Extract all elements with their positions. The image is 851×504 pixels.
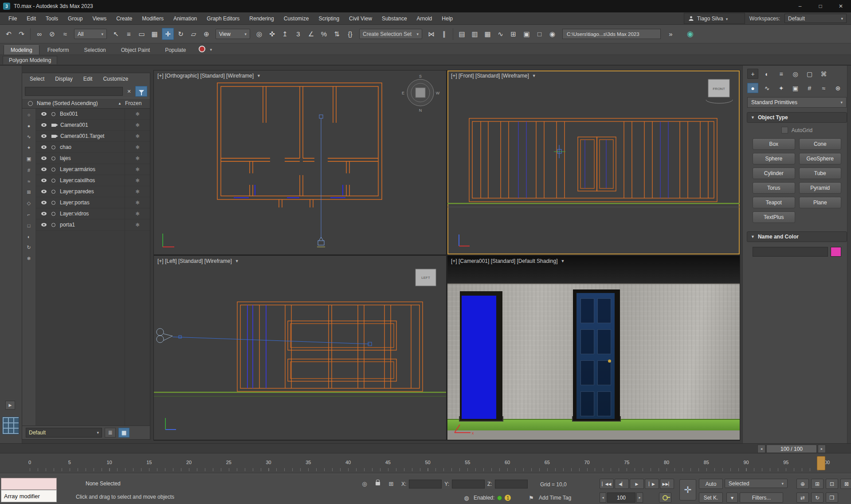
frozen-icon[interactable] bbox=[125, 156, 150, 161]
visibility-eye-icon[interactable] bbox=[41, 168, 47, 171]
frame-ruler[interactable]: 0510152025303540455055606570758085909510… bbox=[30, 453, 826, 473]
undo-icon[interactable]: ↶ bbox=[3, 28, 15, 40]
render-setup-icon[interactable]: ▣ bbox=[521, 28, 533, 40]
scene-explorer-row[interactable]: Layer:armários bbox=[36, 164, 150, 175]
frozen-icon[interactable] bbox=[125, 211, 150, 217]
reference-coordinate-dropdown[interactable]: View bbox=[216, 29, 250, 39]
track-bar[interactable]: 0510152025303540455055606570758085909510… bbox=[0, 453, 851, 473]
next-frame-arrow-icon[interactable]: ▸ bbox=[818, 445, 826, 453]
key-filters-button[interactable]: Filters... bbox=[740, 492, 783, 503]
layer-explorer-toggle-icon[interactable]: ▥ bbox=[469, 28, 481, 40]
frozen-icon[interactable] bbox=[125, 178, 150, 184]
ribbon-config[interactable] bbox=[199, 46, 212, 52]
schematic-view-icon[interactable]: ⊞ bbox=[507, 28, 519, 40]
object-color-swatch[interactable] bbox=[831, 247, 841, 257]
edit-named-sets-icon[interactable]: {} bbox=[344, 28, 356, 40]
menu-item[interactable]: Customize bbox=[279, 12, 314, 24]
visibility-eye-icon[interactable] bbox=[41, 190, 47, 193]
clear-search-icon[interactable]: ✕ bbox=[125, 87, 133, 96]
viewport-layout-icon[interactable] bbox=[2, 417, 19, 434]
visibility-eye-icon[interactable] bbox=[41, 145, 47, 149]
frozen-icon[interactable] bbox=[125, 133, 150, 139]
keyboard-override-icon[interactable]: ↥ bbox=[279, 28, 291, 40]
percent-snap-icon[interactable]: % bbox=[318, 28, 330, 40]
menu-item[interactable]: Tools bbox=[41, 12, 63, 24]
frozen-icon[interactable] bbox=[125, 189, 150, 195]
rendered-frame-icon[interactable]: □ bbox=[533, 28, 545, 40]
scene-explorer-row[interactable]: Layer:portas bbox=[36, 197, 150, 208]
se-cameras-filter-icon[interactable]: ▣ bbox=[24, 155, 33, 163]
visibility-eye-icon[interactable] bbox=[41, 156, 47, 160]
viewcube[interactable]: LEFT bbox=[416, 269, 436, 286]
menu-item[interactable]: Create bbox=[111, 12, 137, 24]
scene-explorer-row[interactable]: porta1 bbox=[36, 219, 150, 231]
camera-gizmo[interactable] bbox=[157, 328, 173, 343]
camera-target-line[interactable] bbox=[173, 336, 372, 346]
menu-item[interactable]: Customize bbox=[98, 73, 133, 85]
render-workspace-icon[interactable]: ◉ bbox=[684, 28, 696, 40]
viewport-label[interactable]: [+] [Orthographic] [Standard] [Wireframe… bbox=[157, 73, 261, 79]
redo-icon[interactable]: ↷ bbox=[16, 28, 27, 40]
se-spacewarps-filter-icon[interactable]: ≈ bbox=[24, 177, 33, 185]
rectangular-selection-icon[interactable]: ▭ bbox=[136, 28, 148, 40]
scene-explorer-row[interactable]: Layer:caixilhos bbox=[36, 175, 150, 186]
se-find-icon[interactable]: ○ bbox=[24, 111, 33, 118]
create-tab-icon[interactable]: + bbox=[747, 69, 758, 79]
visibility-eye-icon[interactable] bbox=[41, 212, 47, 215]
tab-polygon-modeling[interactable]: Polygon Modeling bbox=[3, 56, 57, 64]
modify-tab-icon[interactable]: ◐ bbox=[761, 69, 773, 79]
time-slider-handle[interactable]: 100 / 100 bbox=[766, 445, 817, 453]
name-color-rollout-header[interactable]: ▼ Name and Color bbox=[747, 231, 847, 242]
auto-key-button[interactable]: Auto bbox=[699, 479, 723, 489]
se-groups-filter-icon[interactable]: ⊞ bbox=[24, 188, 33, 196]
set-keys-button[interactable]: ✛ bbox=[679, 479, 696, 500]
key-mode-toggle[interactable] bbox=[659, 492, 671, 503]
maximize-viewport-icon[interactable]: ❒ bbox=[826, 492, 838, 503]
previous-frame-arrow-icon[interactable]: ◂ bbox=[757, 445, 765, 453]
viewport-label-text[interactable]: [+] [Camera001] [Standard] [Default Shad… bbox=[451, 258, 557, 264]
frozen-icon[interactable] bbox=[125, 200, 150, 206]
visibility-eye-icon[interactable] bbox=[41, 223, 47, 227]
ribbon-tab[interactable]: Populate bbox=[158, 45, 193, 55]
render-production-icon[interactable]: ◉ bbox=[546, 28, 558, 40]
object-type-rollout-header[interactable]: ▼ Object Type bbox=[747, 112, 847, 123]
left-elevation-wireframe[interactable]: LEFT bbox=[154, 256, 446, 440]
frame-decrement-icon[interactable]: ◂ bbox=[600, 492, 606, 503]
minimize-icon[interactable]: – bbox=[790, 0, 810, 12]
se-sync-selection-icon[interactable]: ↻ bbox=[24, 244, 33, 251]
object-type-button[interactable]: TextPlus bbox=[753, 211, 795, 223]
pan-icon[interactable]: ⇄ bbox=[796, 492, 809, 503]
shapes-category-icon[interactable]: ∿ bbox=[761, 83, 773, 93]
select-and-rotate-icon[interactable]: ↻ bbox=[175, 28, 187, 40]
autogrid-checkbox[interactable] bbox=[781, 127, 788, 133]
frozen-icon[interactable] bbox=[125, 111, 150, 117]
add-time-tag[interactable]: Add Time Tag bbox=[539, 495, 571, 501]
go-to-start-icon[interactable]: ▏◀◀ bbox=[600, 479, 614, 489]
align-icon[interactable]: ∥ bbox=[438, 28, 450, 40]
curve-editor-icon[interactable]: ∿ bbox=[494, 28, 506, 40]
spinner-snap-icon[interactable]: ⇅ bbox=[331, 28, 343, 40]
object-type-button[interactable]: Box bbox=[753, 138, 795, 150]
play-icon[interactable]: ▶ bbox=[630, 479, 644, 489]
object-type-button[interactable]: GeoSphere bbox=[799, 153, 842, 164]
camera-target-line[interactable] bbox=[319, 115, 323, 238]
viewport-filter-icon[interactable]: ▼ bbox=[257, 74, 261, 78]
grid-mode-icon[interactable]: ▦ bbox=[118, 428, 129, 438]
viewport-filter-icon[interactable]: ▼ bbox=[532, 74, 536, 78]
spacewarps-category-icon[interactable]: ≈ bbox=[818, 83, 829, 93]
menu-item[interactable]: Graph Editors bbox=[202, 12, 244, 24]
window-crossing-icon[interactable]: ▦ bbox=[149, 28, 161, 40]
menu-item[interactable]: Edit bbox=[78, 73, 98, 85]
object-type-button[interactable]: Cylinder bbox=[753, 168, 795, 179]
selection-set-combo[interactable]: Create Selection Set bbox=[359, 29, 422, 39]
se-geometry-filter-icon[interactable]: ● bbox=[24, 122, 33, 129]
frame-increment-icon[interactable]: ▸ bbox=[636, 492, 643, 503]
viewport-label[interactable]: [+] [Camera001] [Standard] [Default Shad… bbox=[451, 258, 565, 264]
helpers-category-icon[interactable]: # bbox=[804, 83, 815, 93]
viewport-left[interactable]: [+] [Left] [Standard] [Wireframe] ▼ bbox=[154, 256, 446, 440]
layer-mode-icon[interactable]: ≣ bbox=[105, 428, 116, 438]
geometry-category-icon[interactable]: ● bbox=[747, 83, 758, 93]
scene-explorer-row[interactable]: Layer:vidros bbox=[36, 208, 150, 219]
select-and-scale-icon[interactable]: ▱ bbox=[188, 28, 200, 40]
se-bones-filter-icon[interactable]: ⌐ bbox=[24, 211, 33, 218]
